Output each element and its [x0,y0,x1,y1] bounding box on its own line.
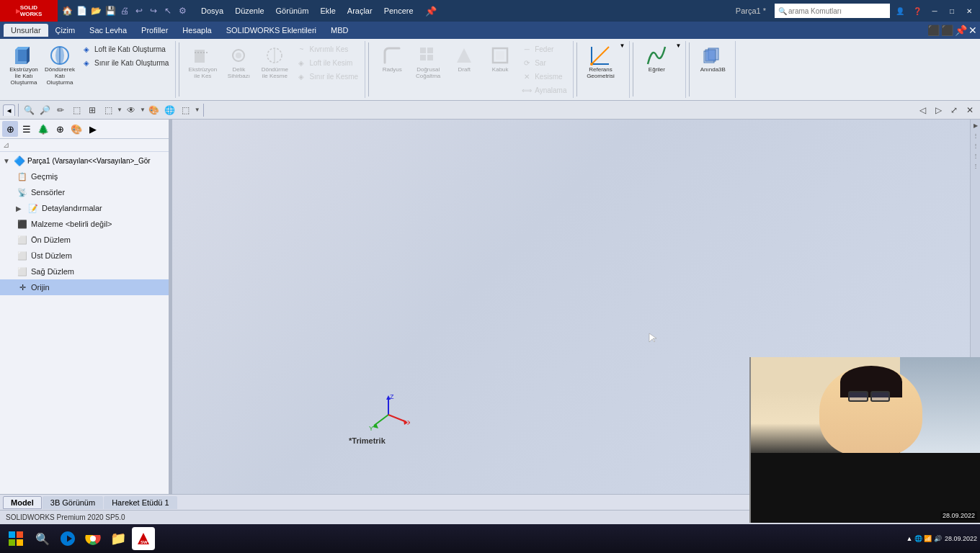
mirror-button[interactable]: ⟺ Aynalama [519,84,569,96]
search-input[interactable] [788,7,886,15]
filter-icon[interactable]: ⊕ [2,121,18,137]
print-icon[interactable]: 🖨 [118,4,131,17]
viewport-layout-dropdown[interactable]: ▼ [195,107,200,113]
tab-cizim[interactable]: Çizim [48,24,83,37]
maximize-button[interactable]: □ [945,4,959,18]
section-view-icon[interactable]: ⊞ [85,103,99,117]
color-icon[interactable]: 🎨 [68,121,84,137]
menu-araclar[interactable]: Araçlar [342,4,378,17]
revolve-cut-button[interactable]: Döndürmeile Kesme [257,42,292,81]
tab-profiller[interactable]: Profiller [134,24,175,37]
menu-dosya[interactable]: Dosya [195,4,229,17]
new-icon[interactable]: 📄 [75,4,88,17]
tree-item-front-plane[interactable]: ⬜ Ön Düzlem [0,232,169,248]
loft-solid-button[interactable]: ◈ Loft ile Katı Oluşturma [79,42,171,55]
fullscreen-icon[interactable]: ⤢ [947,103,961,117]
ribbon-pin-icon[interactable]: 📌 [955,24,967,36]
close-button[interactable]: ✕ [962,4,976,18]
wrap-button[interactable]: ⟳ Sar [519,56,569,69]
revolve-solid-button[interactable]: DöndürerekKatıOluşturma [43,42,77,87]
hide-show-dropdown[interactable]: ▼ [140,107,146,113]
hide-show-icon[interactable]: 👁 [124,103,138,117]
scene-icon[interactable]: 🌐 [163,103,177,117]
tree-item-right-plane[interactable]: ⬜ Sağ Düzlem [0,264,169,279]
tree-root-item[interactable]: ▼ 🔷 Parça1 (Varsayılan<<Varsayılan>_Gör [0,153,169,168]
taskbar-explorer-icon[interactable]: 📁 [107,527,130,550]
menu-pencere[interactable]: Pencere [378,4,419,17]
right-strip-icon5[interactable]: ⋮ [971,161,980,170]
tab-unsurlar[interactable]: Unsurlar [4,24,48,37]
curves-button[interactable]: Eğriler [639,42,674,75]
tab-eklentiler[interactable]: SOLIDWORKS Eklentileri [219,24,324,37]
curves-dropdown[interactable]: ▼ [675,42,681,49]
taskbar-edge-icon[interactable] [56,527,79,550]
sketch-icon[interactable]: ✏ [53,103,68,117]
right-strip-icon4[interactable]: ⋮ [971,151,980,160]
redo-icon[interactable]: ↪ [147,4,160,17]
home-icon[interactable]: 🏠 [61,4,74,17]
loft-cut-button[interactable]: ◈ Loft ile Kesim [293,56,360,69]
tab-hesapla[interactable]: Hesapla [175,24,218,37]
fillet-button[interactable]: Radyus [375,42,409,75]
extrude-cut-button[interactable]: Ekstrüzyonile Kes [185,42,220,81]
zoom-icon[interactable]: 🔍 [22,103,36,117]
tab-sac-levha[interactable]: Sac Levha [82,24,134,37]
extrude-solid-button[interactable]: Ekstrüzyonİle KatıOluşturma [6,42,41,87]
shell-button[interactable]: Kabuk [483,42,517,75]
annotations-expand[interactable]: ▶ [16,204,24,212]
undo-icon[interactable]: ↩ [133,4,146,17]
menu-duzenle[interactable]: Düzenle [229,4,270,17]
help-icon[interactable]: ❓ [910,4,925,18]
list-view-icon[interactable]: ☰ [19,121,35,137]
display-style-dropdown[interactable]: ▼ [117,107,122,113]
boundary-solid-button[interactable]: ◈ Sınır ile Katı Oluşturma [79,56,171,69]
instant3d-button[interactable]: Anında3B [695,42,730,75]
tab-mbd[interactable]: MBD [324,24,355,37]
draft-button[interactable]: Draft [447,42,481,75]
hole-wizard-button[interactable]: DelikSihirbazı [221,42,256,81]
more-options-icon[interactable]: ▶ [85,121,101,137]
target-icon[interactable]: ⊕ [52,121,68,137]
settings-icon[interactable]: ⚙ [176,4,189,17]
minimize-button[interactable]: ─ [927,4,942,18]
tab-motion-study[interactable]: Hareket Etüdü 1 [104,496,177,509]
menu-ekle[interactable]: Ekle [314,4,341,17]
user-icon[interactable]: 👤 [893,4,907,18]
menu-gorunum[interactable]: Görünüm [270,4,315,17]
menu-pin[interactable]: 📌 [419,4,442,19]
right-strip-icon3[interactable]: ⋮ [971,141,980,150]
right-strip-icon1[interactable]: ▶ [971,121,980,130]
select-cursor-icon[interactable]: ↖ [161,4,174,17]
search-box[interactable]: 🔍 [775,4,890,18]
tree-item-sensors[interactable]: 📡 Sensörler [0,184,169,200]
right-strip-icon2[interactable]: ⋮ [971,131,980,140]
taskbar-chrome-icon[interactable] [81,527,104,550]
linear-pattern-button[interactable]: DoğrusalCoğaltma [411,42,445,81]
expand-left-panel-icon[interactable]: ◁ [915,103,930,117]
tree-item-origin[interactable]: ✛ Orijin [0,279,169,295]
tree-item-annotations[interactable]: ▶ 📝 Detaylandırmalar [0,200,169,216]
ribbon-close-icon[interactable]: ✕ [968,24,977,36]
zoom-all-icon[interactable]: 🔎 [37,103,52,117]
panel-expand-left[interactable]: ◂ [3,104,15,116]
reference-geometry-button[interactable]: ReferansGeometrisi [583,42,618,81]
taskbar-search-icon[interactable]: 🔍 [31,527,54,550]
tree-item-gecmis[interactable]: 📋 Geçmiş [0,168,169,184]
tree-root-expand[interactable]: ▼ [3,157,12,165]
taskbar-solidworks-icon[interactable]: SW [132,527,155,550]
save-icon[interactable]: 💾 [104,4,117,17]
panel-close-icon[interactable]: ✕ [963,103,977,117]
viewport-layout-icon[interactable]: ⬚ [179,103,193,117]
start-button[interactable] [3,526,29,552]
tab-3d-view[interactable]: 3B Görünüm [43,496,103,509]
tree-view-icon[interactable]: 🌲 [35,121,51,137]
tree-item-material[interactable]: ⬛ Malzeme <belirli değil> [0,216,169,232]
view-orientation-icon[interactable]: ⬚ [69,103,84,117]
intersect-button[interactable]: ✕ Kesisme [519,70,569,83]
reference-geometry-dropdown[interactable]: ▼ [619,42,625,49]
boundary-cut-button[interactable]: ◈ Sınır ile Kesme [293,70,360,83]
ribbon-expand-icon[interactable]: ⬛ [927,24,940,36]
display-style-icon[interactable]: ⬚ [101,103,115,117]
open-icon[interactable]: 📂 [89,4,102,17]
appearance-icon[interactable]: 🎨 [147,103,161,117]
